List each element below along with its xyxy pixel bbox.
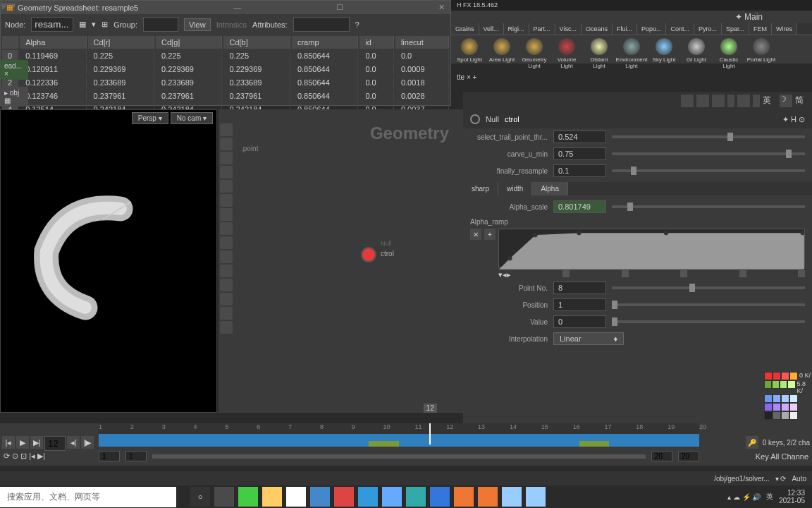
- gear-icon[interactable]: ✦ H ⊙: [782, 115, 805, 124]
- color-swatch[interactable]: [773, 411, 781, 420]
- shelf-tool[interactable]: Caustic Light: [713, 38, 744, 69]
- group-input[interactable]: [143, 17, 178, 32]
- shelf-tab[interactable]: Visc...: [555, 23, 582, 35]
- shelf-tool[interactable]: Portal Light: [746, 38, 777, 69]
- tool-icon[interactable]: [681, 95, 694, 107]
- ctrol-node[interactable]: Null ctrol: [361, 247, 376, 262]
- resample-input[interactable]: [553, 164, 606, 177]
- shelf-tool[interactable]: Environment Light: [616, 38, 647, 69]
- trail-threshold-slider[interactable]: [612, 135, 805, 138]
- current-frame-input[interactable]: [44, 436, 66, 451]
- windows-search[interactable]: 搜索应用、文档、网页等: [0, 487, 176, 507]
- shelf-tab[interactable]: Vell...: [479, 23, 504, 35]
- app-icon[interactable]: [334, 487, 354, 507]
- range-start2[interactable]: [125, 451, 147, 461]
- node-icon[interactable]: [361, 247, 376, 262]
- shelf-tab[interactable]: FEM: [749, 23, 772, 35]
- shelf-tab[interactable]: Rigi...: [504, 23, 529, 35]
- view-dropdown[interactable]: View: [184, 18, 211, 31]
- range-start[interactable]: [99, 451, 120, 461]
- path-display[interactable]: /obj/geo1/solver...: [714, 475, 769, 483]
- tool-icon[interactable]: [220, 180, 233, 193]
- table-row[interactable]: 30.1237460.2379610.2379610.2379610.85064…: [2, 90, 449, 102]
- ramp-marker[interactable]: [680, 270, 687, 277]
- column-header[interactable]: Cd[b]: [223, 36, 290, 49]
- shelf-tool[interactable]: Geometry Light: [519, 38, 550, 69]
- color-swatch[interactable]: [773, 372, 781, 380]
- next-key-button[interactable]: |▶: [81, 436, 94, 449]
- ramp-marker[interactable]: [798, 270, 805, 277]
- tool-icon[interactable]: [696, 95, 709, 107]
- tray-lang[interactable]: 英: [766, 492, 773, 502]
- color-swatch[interactable]: [764, 411, 773, 420]
- maximize-button[interactable]: ☐: [336, 3, 343, 12]
- value-slider[interactable]: [612, 320, 805, 323]
- ramp-marker[interactable]: [562, 270, 570, 277]
- houdini-icon[interactable]: [478, 487, 498, 507]
- tray-date[interactable]: 2021-05: [779, 497, 805, 504]
- tool-icon[interactable]: [712, 95, 725, 107]
- range-end2[interactable]: [678, 451, 699, 461]
- ramp-marker[interactable]: [622, 270, 629, 277]
- moon-icon[interactable]: ☽: [780, 95, 792, 107]
- shelf-tab[interactable]: Wires: [772, 23, 797, 35]
- color-swatch[interactable]: [772, 380, 780, 389]
- tool-icon[interactable]: [220, 250, 233, 263]
- shelf-tool[interactable]: Spot Light: [454, 38, 485, 69]
- table-row[interactable]: 10.1209110.2293690.2293690.2293690.85064…: [2, 64, 449, 75]
- range-slider[interactable]: [152, 454, 646, 459]
- tool-icon[interactable]: [220, 194, 233, 207]
- edge-icon[interactable]: [406, 487, 426, 507]
- lang-icon[interactable]: 简: [795, 95, 809, 107]
- tool-icon[interactable]: [220, 265, 233, 277]
- obj-tab[interactable]: ▸ obj ▦: [0, 87, 28, 107]
- app-icon[interactable]: [430, 487, 450, 507]
- playhead[interactable]: 12: [429, 423, 431, 445]
- shelf-tab[interactable]: Flui...: [613, 23, 637, 35]
- interpolation-select[interactable]: Linear ♦: [553, 332, 624, 345]
- color-swatch[interactable]: [773, 394, 781, 403]
- table-row[interactable]: 20.1223360.2336890.2336890.2336890.85064…: [2, 77, 449, 89]
- resample-slider[interactable]: [612, 169, 805, 172]
- alpha-scale-input[interactable]: [553, 200, 606, 213]
- first-frame-button[interactable]: |◂: [2, 436, 15, 449]
- tool-icon[interactable]: [220, 152, 233, 164]
- value-input[interactable]: [553, 315, 606, 328]
- shelf-tool[interactable]: Sky Light: [648, 38, 679, 69]
- color-swatch[interactable]: [764, 380, 772, 389]
- column-header[interactable]: [2, 36, 18, 49]
- color-swatch[interactable]: [781, 394, 789, 403]
- tool-icon[interactable]: [220, 166, 233, 179]
- shelf-tab[interactable]: Cont...: [666, 23, 694, 35]
- minimize-button[interactable]: —: [233, 4, 241, 12]
- trail-threshold-input[interactable]: [553, 131, 606, 143]
- auto-label[interactable]: Auto: [792, 475, 806, 483]
- alpha-ramp[interactable]: [498, 229, 805, 267]
- cortana-icon[interactable]: ○: [190, 487, 210, 507]
- position-input[interactable]: [553, 298, 606, 311]
- column-header[interactable]: id: [359, 36, 394, 49]
- tray-icon[interactable]: ▴ ☁ ⚡ 🔊: [727, 493, 761, 501]
- color-swatch[interactable]: [781, 403, 789, 411]
- icon-button[interactable]: ▾: [92, 20, 96, 29]
- persp-dropdown[interactable]: Persp ▾: [132, 112, 168, 124]
- tte-tab[interactable]: tte × +: [451, 72, 812, 83]
- range-end[interactable]: [651, 451, 672, 461]
- timeline-ruler[interactable]: 1234567891011121314151617181920: [99, 423, 699, 434]
- tool-icon[interactable]: [737, 95, 750, 107]
- param-tab[interactable]: Alpha: [532, 182, 568, 195]
- shelf-tab[interactable]: Part...: [529, 23, 555, 35]
- shelf-tab[interactable]: Oceans: [582, 23, 613, 35]
- tool-icon[interactable]: [220, 222, 233, 235]
- shelf-tab[interactable]: Grains: [451, 23, 479, 35]
- app-icon[interactable]: [526, 487, 546, 507]
- key-icon[interactable]: 🔑: [746, 436, 758, 449]
- tool-icon[interactable]: [220, 321, 233, 334]
- explorer-icon[interactable]: [262, 487, 282, 507]
- shelf-tool[interactable]: Area Light: [486, 38, 517, 69]
- color-swatch[interactable]: [781, 372, 789, 380]
- position-slider[interactable]: [612, 303, 805, 306]
- carve-slider[interactable]: [612, 152, 805, 155]
- shelf-tab[interactable]: Popu...: [637, 23, 667, 35]
- color-swatch[interactable]: [773, 403, 781, 411]
